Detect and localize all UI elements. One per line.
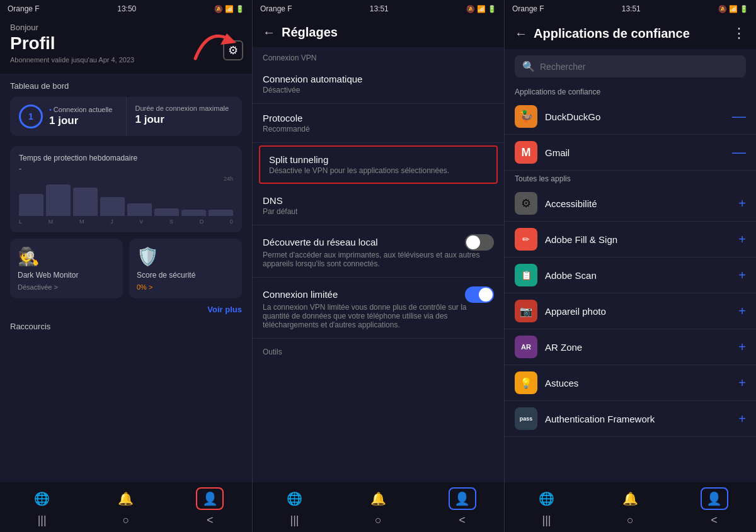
app-item-appareil-photo[interactable]: 📷 Appareil photo + xyxy=(505,293,756,329)
stat-left: 1 •Connexion actuelle 1 jour xyxy=(10,97,127,136)
p2-item-decouverte[interactable]: Découverte du réseau local Permet d'accé… xyxy=(253,225,504,278)
settings-icon[interactable]: ⚙ xyxy=(223,40,243,60)
p3-more-button[interactable]: ⋮ xyxy=(732,25,746,42)
app-remove-duckduckgo[interactable]: — xyxy=(732,110,746,123)
app-add-auth-framework[interactable]: + xyxy=(738,412,746,426)
time-1: 13:50 xyxy=(117,4,136,13)
sys-home-3[interactable]: ○ xyxy=(617,514,644,527)
max-duration-label: Durée de connexion maximale xyxy=(135,105,234,112)
app-add-ar-zone[interactable]: + xyxy=(738,340,746,354)
app-icon-gmail: M xyxy=(515,141,537,164)
app-add-astuces[interactable]: + xyxy=(738,376,746,390)
toggle-connexion-limitee[interactable] xyxy=(465,286,494,303)
p2-item-title-protocole: Protocole xyxy=(263,113,494,123)
app-item-ar-zone[interactable]: AR AR Zone + xyxy=(505,329,756,365)
app-icon-accessibilite: ⚙ xyxy=(515,192,537,215)
chart: 24h xyxy=(19,178,233,216)
p2-title: Réglages xyxy=(282,25,338,40)
app-item-adobe-fill[interactable]: ✏ Adobe Fill & Sign + xyxy=(505,222,756,258)
status-bar-1: Orange F 13:50 🔕 📶 🔋 xyxy=(0,0,252,18)
sys-menu-2[interactable]: ||| xyxy=(281,514,309,527)
app-icon-adobe-fill: ✏ xyxy=(515,228,537,251)
stat-circle: 1 xyxy=(19,105,43,128)
p1-header: Bonjour Profil Abonnement valide jusqu'a… xyxy=(0,18,252,74)
app-add-adobe-fill[interactable]: + xyxy=(738,232,746,247)
app-add-adobe-scan[interactable]: + xyxy=(738,268,746,283)
p2-item-protocole[interactable]: Protocole Recommandé xyxy=(253,104,504,143)
app-name-accessibilite: Accessibilité xyxy=(545,198,731,209)
app-item-accessibilite[interactable]: ⚙ Accessibilité + xyxy=(505,186,756,222)
sys-back-2[interactable]: < xyxy=(449,514,476,527)
max-duration-value: 1 jour xyxy=(135,113,234,126)
nav-bar-2: 🌐 🔔 👤 ||| ○ < xyxy=(253,482,504,532)
nav-profile-3[interactable]: 👤 xyxy=(701,487,728,510)
app-add-appareil-photo[interactable]: + xyxy=(738,304,746,319)
app-icon-auth-framework: pass xyxy=(515,407,537,430)
sys-back-1[interactable]: < xyxy=(196,514,224,527)
panel-3: Orange F 13:51 🔕 📶 🔋 ← Applications de c… xyxy=(504,0,756,532)
app-icon-ar-zone: AR xyxy=(515,336,537,358)
chart-labels: L M M J V S D 0 xyxy=(19,218,233,225)
p2-item-title-connexion-limitee: Connexion limitée xyxy=(263,289,338,300)
nav-bell-2[interactable]: 🔔 xyxy=(365,487,392,510)
dark-web-status: Désactivée > xyxy=(18,283,115,291)
p2-back-button[interactable]: ← xyxy=(263,25,275,40)
dashboard-title: Tableau de bord xyxy=(10,81,242,91)
nav-profile-2[interactable]: 👤 xyxy=(449,487,476,510)
sys-home-2[interactable]: ○ xyxy=(365,514,392,527)
nav-icons-3: 🌐 🔔 👤 xyxy=(505,482,756,511)
app-icon-adobe-scan: 📋 xyxy=(515,264,537,286)
security-score-card[interactable]: 🛡️ Score de sécurité 0% > xyxy=(129,239,242,298)
app-remove-gmail[interactable]: — xyxy=(732,145,746,159)
nav-icons-1: 🌐 🔔 👤 xyxy=(0,482,252,511)
subscription-label: Abonnement valide jusqu'au Apr 4, 2023 xyxy=(10,56,242,64)
p3-back-button[interactable]: ← xyxy=(515,26,527,41)
p2-item-connexion-auto[interactable]: Connexion automatique Désactivée xyxy=(253,65,504,104)
bar-0 xyxy=(209,210,233,216)
voir-plus-button[interactable]: Voir plus xyxy=(0,305,252,319)
nav-globe-2[interactable]: 🌐 xyxy=(281,487,309,510)
app-item-adobe-scan[interactable]: 📋 Adobe Scan + xyxy=(505,258,756,293)
p2-item-sub-protocole: Recommandé xyxy=(263,125,494,133)
p2-item-sub-dns: Par défaut xyxy=(263,207,494,216)
nav-profile-1[interactable]: 👤 xyxy=(196,487,224,510)
p2-item-connexion-limitee[interactable]: Connexion limitée La connexion VPN limit… xyxy=(253,278,504,339)
nav-bar-1: 🌐 🔔 👤 ||| ○ < xyxy=(0,482,252,532)
bar-m1 xyxy=(46,184,71,216)
sys-menu-3[interactable]: ||| xyxy=(533,514,561,527)
nav-bell-1[interactable]: 🔔 xyxy=(112,487,140,510)
security-score-status: 0% > xyxy=(137,283,234,291)
stat-info: •Connexion actuelle 1 jour xyxy=(49,106,112,127)
bar-v xyxy=(127,203,152,216)
weekly-protection: Temps de protection hebdomadaire - 24h L… xyxy=(10,146,242,232)
bar-d xyxy=(181,210,206,216)
stat-right: Durée de connexion maximale 1 jour xyxy=(127,97,243,136)
sys-home-1[interactable]: ○ xyxy=(112,514,140,527)
app-item-astuces[interactable]: 💡 Astuces + xyxy=(505,365,756,401)
dark-web-card[interactable]: 🕵️ Dark Web Monitor Désactivée > xyxy=(10,239,123,298)
trusted-apps-label: Applications de confiance xyxy=(505,84,756,99)
sys-menu-1[interactable]: ||| xyxy=(28,514,56,527)
toggle-decouverte[interactable] xyxy=(465,234,494,251)
p2-item-split-tunneling[interactable]: Split tunneling Désactive le VPN pour le… xyxy=(259,145,498,184)
nav-system-2: ||| ○ < xyxy=(253,511,504,532)
panel-2: Orange F 13:51 🔕 📶 🔋 ← Réglages Connexio… xyxy=(252,0,504,532)
sys-back-3[interactable]: < xyxy=(701,514,728,527)
app-item-gmail[interactable]: M Gmail — xyxy=(505,135,756,171)
app-item-auth-framework[interactable]: pass Authentication Framework + xyxy=(505,401,756,437)
app-item-duckduckgo[interactable]: 🦆 DuckDuckGo — xyxy=(505,99,756,135)
nav-bell-3[interactable]: 🔔 xyxy=(617,487,644,510)
p2-item-title-split: Split tunneling xyxy=(269,154,488,165)
app-add-accessibilite[interactable]: + xyxy=(738,196,746,211)
nav-globe-3[interactable]: 🌐 xyxy=(533,487,561,510)
p3-search-bar[interactable]: 🔍 xyxy=(515,55,746,77)
p2-item-dns[interactable]: DNS Par défaut xyxy=(253,186,504,225)
greeting-label: Bonjour xyxy=(10,23,242,32)
search-input[interactable] xyxy=(540,62,738,72)
dark-web-title: Dark Web Monitor xyxy=(18,271,115,280)
nav-globe-1[interactable]: 🌐 xyxy=(28,487,56,510)
p2-item-row-decouverte: Découverte du réseau local xyxy=(263,234,494,251)
status-icons-3: 🔕 📶 🔋 xyxy=(718,5,748,13)
time-3: 13:51 xyxy=(622,4,641,13)
raccourcis-label: Raccourcis xyxy=(0,319,252,331)
